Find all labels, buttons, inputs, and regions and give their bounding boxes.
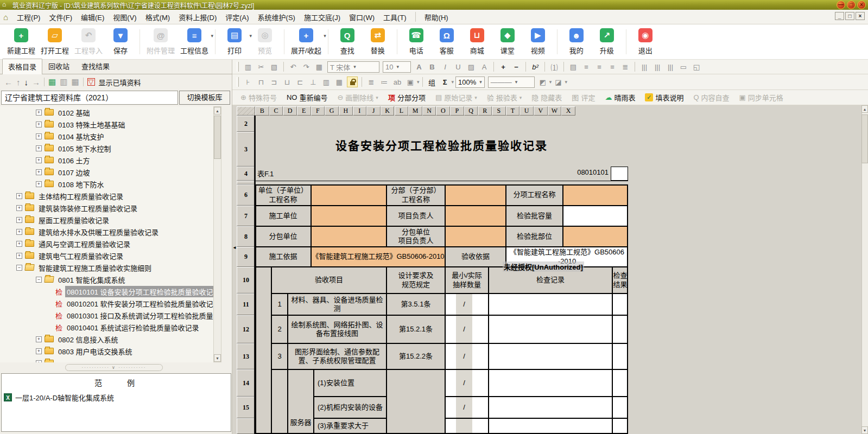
column-header-J[interactable]: J [366, 106, 381, 116]
expand-icon[interactable]: + [36, 348, 42, 354]
expand-icon[interactable]: + [16, 229, 22, 235]
row-header-12[interactable]: 12 [237, 315, 255, 343]
sum-icon[interactable]: Σ [440, 76, 451, 87]
cell-sub3-sample[interactable] [445, 418, 489, 434]
column-header-U[interactable]: U [519, 106, 534, 116]
expand-icon[interactable]: + [36, 336, 42, 342]
header-sample-qty[interactable]: 最小/实际 抽样数量 [445, 267, 489, 293]
nav-left-icon[interactable]: ← [4, 78, 12, 87]
row-header-4[interactable]: 4 [237, 167, 255, 181]
filter-label[interactable]: 显示已填资料 [99, 77, 141, 87]
exit-button[interactable]: ◉退出 [633, 28, 658, 55]
column-header-B[interactable]: B [255, 106, 269, 116]
cell-sub1-text[interactable]: (1)安装位置 [314, 369, 387, 397]
cell-item1-spec[interactable]: 第3.5.1条 [387, 293, 445, 315]
cell-item3-result[interactable] [612, 343, 628, 369]
tree-item[interactable]: +0102 基础 [0, 106, 213, 118]
minimize-button[interactable]: — [837, 1, 845, 9]
cell-pm-value[interactable] [445, 206, 506, 226]
column-header-G[interactable]: G [325, 106, 339, 116]
filter-icon[interactable]: ▽ [87, 78, 95, 86]
close-button[interactable]: × [857, 1, 866, 9]
document-number[interactable]: 08010101 [536, 168, 609, 176]
tree-item[interactable]: +建筑给水排水及供暖工程质量验收记录 [0, 226, 213, 238]
column-header-T[interactable]: T [506, 106, 520, 116]
mdi-minimize-button[interactable]: _ [835, 12, 844, 20]
panel-splitter[interactable]: ··········· ∨ ··········· [0, 362, 232, 373]
tab-3[interactable]: 查找结果 [75, 58, 116, 74]
menu-item-3[interactable]: 编辑(E) [77, 10, 109, 24]
subitem-button[interactable]: 项分部分项 [388, 92, 426, 103]
decrease-icon[interactable]: − [511, 61, 522, 72]
column-header-K[interactable]: K [381, 106, 395, 116]
replace-button[interactable]: ⇄替换 [365, 28, 390, 55]
tab-2[interactable]: 回收站 [42, 58, 75, 74]
row-header-8[interactable]: 8 [237, 226, 255, 247]
form-code[interactable]: 表F.1 [257, 168, 274, 178]
cell-capacity-value[interactable] [563, 206, 628, 226]
video-button[interactable]: ▶视频 [525, 28, 550, 55]
nav-down-icon[interactable]: ↓ [24, 78, 29, 87]
column-header-E[interactable]: E [297, 106, 311, 116]
nav-right-icon[interactable]: → [32, 78, 40, 87]
row-header-2[interactable]: 2 [237, 116, 255, 132]
menu-item-7[interactable]: 评定(A) [221, 10, 253, 24]
cell-sub2-record[interactable] [489, 397, 612, 418]
column-header-Q[interactable]: Q [464, 106, 478, 116]
cell-capacity-label[interactable]: 检验批容量 [506, 206, 563, 226]
sheet-scroll-up-icon[interactable]: ▲ [861, 105, 868, 113]
tree-item[interactable]: +0103 特殊土地基基础 [0, 118, 213, 130]
upgrade-button[interactable]: ↗升级 [594, 28, 619, 55]
tree-item[interactable]: 检08010201 软件安装分项工程检验批质量验收记录 [0, 297, 213, 309]
mdi-restore-button[interactable]: □ [845, 12, 854, 20]
switch-template-button[interactable]: 切换模板库 [179, 91, 230, 105]
cell-sub2-sample[interactable]: / [445, 397, 489, 418]
tree-item[interactable]: +0108 地下防水 [0, 178, 213, 190]
cell-item1-text[interactable]: 材料、器具、设备进场质量检测 [288, 293, 387, 315]
cell-item2-spec[interactable]: 第15.2.1条 [387, 315, 445, 343]
tree-item[interactable]: 检08010101 设备安装分项工程检验批质量验收记录 [0, 285, 213, 297]
menu-item-2[interactable]: 文件(F) [45, 10, 77, 24]
expand-icon[interactable]: + [36, 133, 42, 139]
tree-item[interactable]: +0802 信息接入系统 [0, 333, 213, 345]
insert-object-icon[interactable]: 组 [427, 76, 438, 87]
tree-scroll-down-icon[interactable]: ▼ [214, 354, 221, 362]
tree-item[interactable]: +建筑装饰装修工程质量验收记录 [0, 202, 213, 214]
fill-instructions-button[interactable]: ✓填表说明 [645, 92, 683, 103]
column-header-L[interactable]: L [395, 106, 409, 116]
cell-sub1-record[interactable] [489, 369, 612, 397]
menu-item-1[interactable]: 工程(P) [12, 10, 45, 24]
row-header-3[interactable]: 3 [237, 132, 255, 167]
tree-item[interactable]: +0104 基坑支护 [0, 130, 213, 142]
expand-icon[interactable]: + [36, 157, 42, 163]
cell-item2-sample[interactable]: / [445, 315, 489, 343]
cell-builder-label[interactable]: 施工单位 [255, 206, 311, 226]
column-header-I[interactable]: I [353, 106, 367, 116]
expand-icon[interactable]: + [16, 241, 22, 247]
cell-sub-pm-value[interactable] [445, 226, 506, 247]
zoom-level-dropdown-icon[interactable]: ▾ [479, 79, 482, 85]
font-name-select[interactable]: T 宋体▾ [327, 61, 379, 73]
cell-subgroup-no[interactable] [271, 369, 288, 434]
cell-pm-label[interactable]: 项目负责人 [387, 206, 445, 226]
tree-scroll-up-icon[interactable]: ▲ [214, 107, 221, 114]
row-header-10[interactable]: 10 [237, 267, 255, 293]
cell-sub1-result[interactable] [612, 369, 628, 397]
diagonal-line-dropdown-icon[interactable]: ▾ [549, 79, 552, 85]
column-header-D[interactable]: D [283, 106, 297, 116]
line-style-dropdown-icon[interactable]: ▾ [515, 79, 518, 85]
tree-item[interactable]: + [0, 357, 213, 362]
cell-item3-text[interactable]: 图形界面绘制、通信参数配置、子系统权限管理配置 [288, 343, 387, 369]
column-header-H[interactable]: H [339, 106, 353, 116]
row-header-6[interactable]: 6 [237, 184, 255, 206]
print-dropdown-icon[interactable]: ▾ [250, 33, 252, 39]
menu-item-10[interactable]: 窗口(W) [345, 10, 379, 24]
row-header-7[interactable]: 7 [237, 206, 255, 226]
tree-item[interactable]: +通风与空调工程质量验收记录 [0, 238, 213, 250]
cell-subdiv-name-label[interactable]: 分部（子分部） 工程名称 [387, 184, 445, 206]
menu-item-11[interactable]: 工具(T) [379, 10, 411, 24]
column-header-W[interactable]: W [548, 106, 562, 116]
column-header-M[interactable]: M [408, 106, 422, 116]
menu-item-6[interactable]: 资料上报(D) [174, 10, 221, 24]
menu-item-12[interactable]: 帮助(H) [420, 10, 453, 24]
